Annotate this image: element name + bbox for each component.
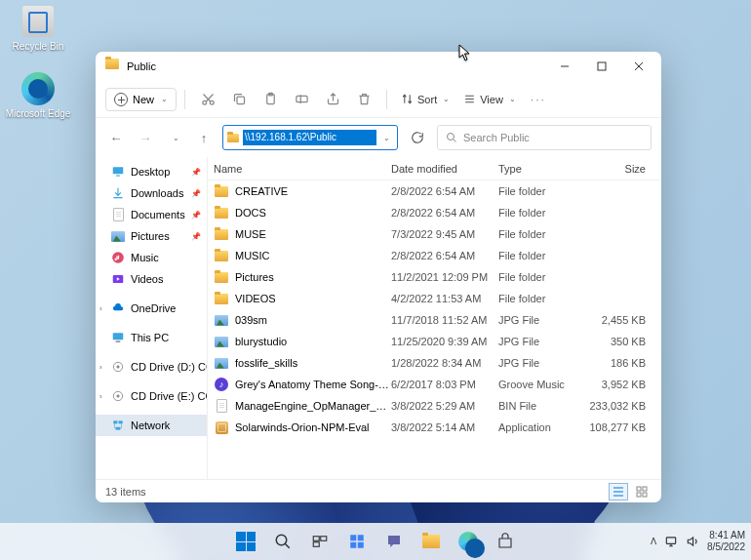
- sidebar-item-onedrive[interactable]: ›OneDrive: [96, 298, 207, 319]
- address-input[interactable]: \\192.168.1.62\Public ⌄: [222, 125, 398, 150]
- file-row[interactable]: fosslife_skills1/28/2022 8:34 AMJPG File…: [208, 352, 661, 374]
- column-date[interactable]: Date modified: [391, 163, 498, 175]
- minimize-button[interactable]: [546, 53, 583, 80]
- window-title: Public: [127, 60, 546, 72]
- rename-button[interactable]: [287, 85, 316, 114]
- file-row[interactable]: ManageEngine_OpManager_64bit.bin3/8/2022…: [208, 395, 661, 417]
- sidebar-item-cd[interactable]: ›CD Drive (D:) CC: [96, 356, 207, 378]
- column-type[interactable]: Type: [498, 163, 573, 175]
- sort-button[interactable]: Sort ⌄: [395, 89, 455, 109]
- videos-icon: [111, 272, 125, 286]
- details-view-toggle[interactable]: [609, 483, 628, 500]
- svg-rect-43: [350, 542, 356, 548]
- sidebar-item-videos[interactable]: Videos: [96, 268, 207, 290]
- cd-icon: [111, 360, 125, 374]
- svg-point-5: [210, 100, 214, 104]
- sidebar-item-network[interactable]: Network: [96, 415, 207, 436]
- chevron-down-icon[interactable]: ⌄: [380, 134, 393, 142]
- file-row[interactable]: CREATIVE2/8/2022 6:54 AMFile folder: [208, 180, 661, 202]
- close-button[interactable]: [620, 53, 657, 80]
- sidebar-item-cd[interactable]: ›CD Drive (E:) CC: [96, 385, 207, 407]
- column-name[interactable]: Name: [214, 163, 391, 175]
- sidebar-item-pictures[interactable]: Pictures📌: [96, 225, 207, 247]
- more-button[interactable]: ···: [524, 85, 553, 114]
- task-view-button[interactable]: [303, 526, 336, 557]
- file-list[interactable]: CREATIVE2/8/2022 6:54 AMFile folderDOCS2…: [208, 180, 661, 479]
- search-icon: [446, 132, 457, 143]
- up-button[interactable]: ↑: [193, 131, 215, 145]
- search-input[interactable]: Search Public: [437, 125, 652, 150]
- file-date: 6/2/2017 8:03 PM: [391, 379, 498, 390]
- file-date: 1/28/2022 8:34 AM: [391, 357, 498, 369]
- refresh-button[interactable]: [406, 131, 429, 144]
- sidebar-item-label: Documents: [131, 209, 185, 220]
- file-row[interactable]: MUSIC2/8/2022 6:54 AMFile folder: [208, 245, 661, 266]
- widgets-button[interactable]: [340, 526, 374, 557]
- svg-rect-17: [116, 176, 120, 177]
- file-row[interactable]: 039sm11/7/2018 11:52 AMJPG File2,455 KB: [208, 309, 661, 331]
- file-explorer-button[interactable]: [415, 526, 448, 557]
- sidebar-item-documents[interactable]: Documents📌: [96, 204, 207, 225]
- file-row[interactable]: DOCS2/8/2022 6:54 AMFile folder: [208, 202, 661, 223]
- folder-icon: [105, 59, 121, 74]
- back-button[interactable]: ←: [105, 131, 127, 145]
- sidebar-item-label: Downloads: [131, 187, 183, 199]
- file-row[interactable]: ♪Grey's Anatomy Theme Song-BuY5H_IAy...6…: [208, 374, 661, 395]
- cut-button[interactable]: [193, 85, 222, 114]
- paste-button[interactable]: [256, 85, 285, 114]
- svg-rect-45: [666, 538, 675, 543]
- desktop-icon-recycle-bin[interactable]: Recycle Bin: [5, 4, 71, 52]
- file-name: DOCS: [235, 207, 391, 219]
- view-button[interactable]: View ⌄: [457, 89, 522, 109]
- file-name: MUSE: [235, 228, 391, 240]
- edge-icon: [21, 72, 55, 105]
- tray-chevron-icon[interactable]: ᐱ: [651, 537, 656, 546]
- svg-rect-21: [116, 341, 121, 342]
- recent-locations-button[interactable]: ⌄: [164, 134, 185, 142]
- delete-button[interactable]: [349, 85, 378, 114]
- svg-rect-16: [113, 167, 124, 174]
- file-row[interactable]: VIDEOS4/2/2022 11:53 AMFile folder: [208, 288, 661, 309]
- file-row[interactable]: Pictures11/2/2021 12:09 PMFile folder: [208, 266, 661, 288]
- file-date: 2/8/2022 6:54 AM: [391, 185, 498, 197]
- system-tray[interactable]: ᐱ 8:41 AM 8/5/2022: [651, 530, 745, 553]
- folder-icon: [214, 269, 229, 285]
- maximize-button[interactable]: [583, 53, 620, 80]
- copy-button[interactable]: [224, 85, 254, 114]
- thumbnails-view-toggle[interactable]: [632, 483, 652, 500]
- chevron-right-icon: ›: [99, 392, 102, 401]
- sidebar-item-music[interactable]: Music: [96, 247, 207, 268]
- address-bar: ← → ⌄ ↑ \\192.168.1.62\Public ⌄ Search P…: [96, 118, 661, 157]
- network-icon: [111, 419, 125, 432]
- desktop-icon-edge[interactable]: Microsoft Edge: [5, 71, 71, 119]
- chevron-right-icon: ›: [99, 304, 102, 313]
- titlebar[interactable]: Public: [96, 52, 661, 81]
- search-placeholder: Search Public: [463, 132, 530, 143]
- store-button[interactable]: [489, 526, 522, 557]
- sidebar-item-downloads[interactable]: Downloads📌: [96, 182, 207, 204]
- file-row[interactable]: Solarwinds-Orion-NPM-Eval3/8/2022 5:14 A…: [208, 417, 661, 438]
- file-row[interactable]: MUSE7/3/2022 9:45 AMFile folder: [208, 223, 661, 245]
- volume-icon[interactable]: [686, 535, 699, 548]
- start-button[interactable]: [229, 526, 262, 557]
- network-icon[interactable]: [664, 535, 678, 548]
- file-explorer-window: Public New ⌄ Sort ⌄ View ⌄ ··· ←: [96, 52, 661, 502]
- svg-rect-42: [358, 535, 364, 540]
- recycle-bin-icon: [22, 6, 54, 37]
- chat-button[interactable]: [377, 526, 411, 557]
- taskbar-search-button[interactable]: [266, 526, 299, 557]
- file-row[interactable]: blurystudio11/25/2020 9:39 AMJPG File350…: [208, 331, 661, 352]
- sidebar-item-label: Pictures: [131, 230, 170, 242]
- sidebar-item-thispc[interactable]: This PC: [96, 327, 207, 348]
- edge-button[interactable]: [452, 526, 485, 557]
- status-bar: 13 items: [96, 479, 661, 502]
- share-button[interactable]: [318, 85, 347, 114]
- clock[interactable]: 8:41 AM 8/5/2022: [707, 530, 745, 553]
- sidebar-item-desktop[interactable]: Desktop📌: [96, 161, 207, 182]
- chevron-down-icon: ⌄: [161, 95, 168, 103]
- image-icon: [214, 334, 229, 349]
- svg-rect-6: [237, 97, 245, 104]
- forward-button[interactable]: →: [135, 131, 156, 145]
- new-button[interactable]: New ⌄: [105, 88, 177, 111]
- column-size[interactable]: Size: [573, 163, 661, 175]
